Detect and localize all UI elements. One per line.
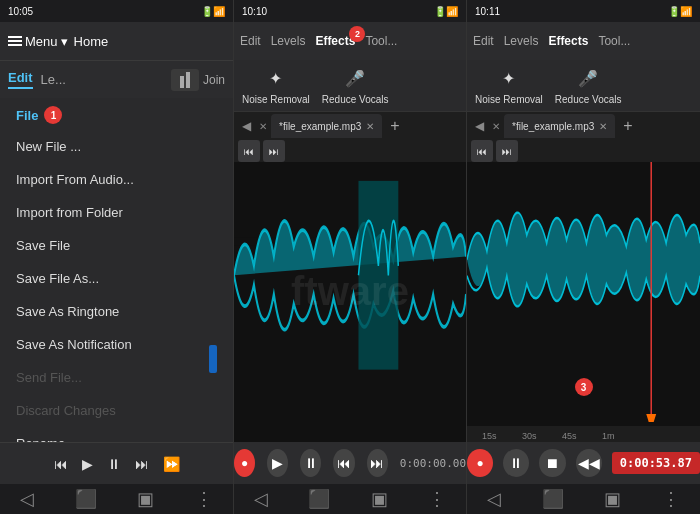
right-nav-recent-icon[interactable]: ▣: [604, 488, 621, 510]
home-button[interactable]: Home: [74, 34, 109, 49]
right-nav-bar: ◁ ⬛ ▣ ⋮: [467, 484, 700, 514]
right-tab-close-icon[interactable]: ✕: [599, 121, 607, 132]
mid-time: 10:10: [242, 6, 267, 17]
mid-transport-bar: ● ▶ ⏸ ⏮ ⏭ 0:00:00.00: [234, 442, 466, 484]
right-record-button[interactable]: ●: [467, 449, 493, 477]
right-ctrl-next-button[interactable]: ⏭: [496, 140, 518, 162]
left-top-bar: Menu ▾ Home: [0, 22, 233, 60]
right-speaker-icon: ◀◀: [578, 455, 600, 471]
svg-rect-2: [358, 181, 398, 370]
mid-file-tab[interactable]: *file_example.mp3 ✕: [271, 114, 382, 138]
menu-item-import-audio[interactable]: Import From Audio...: [0, 163, 233, 196]
right-pause-icon: ⏸: [509, 455, 523, 471]
reduce-vocals-icon: 🎤: [341, 67, 369, 91]
reduce-vocals-button[interactable]: 🎤 Reduce Vocals: [322, 67, 389, 105]
menu-item-save-file[interactable]: Save File: [0, 229, 233, 262]
skip-next-icon: ⏭: [370, 455, 384, 471]
menu-item-rename[interactable]: Rename: [0, 427, 233, 442]
nav-home-icon[interactable]: ⬛: [75, 488, 97, 510]
right-timeline-45s: 45s: [562, 431, 577, 441]
ctrl-prev-button[interactable]: ⏮: [238, 140, 260, 162]
right-add-tab-button[interactable]: +: [619, 117, 636, 135]
left-status-bar: 10:05 🔋📶: [0, 0, 233, 22]
join-area: Join: [171, 69, 225, 91]
right-file-tab[interactable]: *file_example.mp3 ✕: [504, 114, 615, 138]
right-noise-removal-icon: ✦: [495, 67, 523, 91]
menu-item-save-file-as[interactable]: Save File As...: [0, 262, 233, 295]
right-speaker-button[interactable]: ◀◀: [576, 449, 602, 477]
mid-pause-button[interactable]: ⏸: [300, 449, 321, 477]
mid-skip-next-button[interactable]: ⏭: [367, 449, 388, 477]
mid-top-bar: Edit Levels Effects 2 Tool...: [234, 22, 466, 60]
right-nav-menu-icon[interactable]: ⋮: [662, 488, 680, 510]
mid-levels-tab[interactable]: Levels: [271, 34, 306, 48]
mid-edit-tab[interactable]: Edit: [240, 34, 261, 48]
pause-button[interactable]: ⏸: [107, 456, 121, 472]
right-nav-home-icon[interactable]: ⬛: [542, 488, 564, 510]
menu-item-import-folder[interactable]: Import from Folder: [0, 196, 233, 229]
mid-play-button[interactable]: ▶: [267, 449, 288, 477]
mid-nav-home-icon[interactable]: ⬛: [308, 488, 330, 510]
play-button[interactable]: ▶: [82, 456, 93, 472]
skip-next-button[interactable]: ⏭: [135, 456, 149, 472]
skip-back-button[interactable]: ⏮: [54, 456, 68, 472]
right-stop-button[interactable]: ⏹: [539, 449, 565, 477]
right-effects-tab[interactable]: Effects: [548, 34, 588, 48]
mid-waveform-area: ftware ⏮ ⏭ 15s: [234, 140, 466, 442]
right-left-arrow[interactable]: ◀: [471, 119, 488, 133]
right-edit-tab[interactable]: Edit: [473, 34, 494, 48]
levels-tab[interactable]: Le...: [41, 72, 66, 87]
right-status-bar: 10:11 🔋📶: [467, 0, 700, 22]
mid-waveform-svg: [234, 162, 466, 442]
mid-nav-menu-icon[interactable]: ⋮: [428, 488, 446, 510]
right-stop-icon: ⏹: [545, 455, 559, 471]
menu-item-save-ringtone[interactable]: Save As Ringtone: [0, 295, 233, 328]
mid-skip-prev-button[interactable]: ⏮: [333, 449, 354, 477]
right-noise-removal-button[interactable]: ✦ Noise Removal: [475, 67, 543, 105]
badge-3: 3: [575, 378, 593, 396]
right-nav-back-icon[interactable]: ◁: [487, 488, 501, 510]
mid-status-bar: 10:10 🔋📶: [234, 0, 466, 22]
right-tools-tab[interactable]: Tool...: [598, 34, 630, 48]
left-nav-bar: ◁ ⬛ ▣ ⋮: [0, 484, 233, 514]
nav-menu-icon[interactable]: ⋮: [195, 488, 213, 510]
menu-item-send-file: Send File...: [0, 361, 233, 394]
left-panel: 10:05 🔋📶 Menu ▾ Home Edit Le... Join: [0, 0, 233, 514]
ctrl-next-button[interactable]: ⏭: [263, 140, 285, 162]
middle-panel: 10:10 🔋📶 Edit Levels Effects 2 Tool... ✦…: [233, 0, 466, 514]
mid-nav-recent-icon[interactable]: ▣: [371, 488, 388, 510]
file-dropdown-menu: File 1 New File ... Import From Audio...…: [0, 98, 233, 442]
right-pause-button[interactable]: ⏸: [503, 449, 529, 477]
badge-2: 2: [349, 26, 365, 42]
mid-tab-close-icon[interactable]: ✕: [366, 121, 374, 132]
noise-removal-button[interactable]: ✦ Noise Removal: [242, 67, 310, 105]
mid-effects-tab[interactable]: Effects 2: [315, 34, 355, 48]
menu-item-new-file[interactable]: New File ...: [0, 130, 233, 163]
noise-removal-icon: ✦: [262, 67, 290, 91]
fast-forward-button[interactable]: ⏩: [163, 456, 180, 472]
mid-nav-back-icon[interactable]: ◁: [254, 488, 268, 510]
join-label[interactable]: Join: [203, 73, 225, 87]
mid-close-tab-x[interactable]: ✕: [259, 121, 267, 132]
menu-item-discard-changes: Discard Changes: [0, 394, 233, 427]
nav-back-icon[interactable]: ◁: [20, 488, 34, 510]
right-close-tab-x[interactable]: ✕: [492, 121, 500, 132]
mid-tools-tab[interactable]: Tool...: [365, 34, 397, 48]
menu-button[interactable]: Menu ▾: [8, 34, 68, 49]
chevron-down-icon: ▾: [61, 34, 68, 49]
pause-icon: ⏸: [304, 455, 318, 471]
hamburger-icon: [8, 36, 22, 46]
right-reduce-vocals-icon: 🎤: [574, 67, 602, 91]
left-transport-bar: ⏮ ▶ ⏸ ⏭ ⏩: [0, 442, 233, 484]
skip-prev-icon: ⏮: [337, 455, 351, 471]
right-levels-tab[interactable]: Levels: [504, 34, 539, 48]
menu-item-save-notification[interactable]: Save As Notification: [0, 328, 233, 361]
edit-tab[interactable]: Edit: [8, 70, 33, 89]
right-reduce-vocals-button[interactable]: 🎤 Reduce Vocals: [555, 67, 622, 105]
mid-add-tab-button[interactable]: +: [386, 117, 403, 135]
right-ctrl-prev-button[interactable]: ⏮: [471, 140, 493, 162]
mid-record-button[interactable]: ●: [234, 449, 255, 477]
right-top-bar: Edit Levels Effects Tool...: [467, 22, 700, 60]
mid-left-arrow[interactable]: ◀: [238, 119, 255, 133]
nav-recent-icon[interactable]: ▣: [137, 488, 154, 510]
